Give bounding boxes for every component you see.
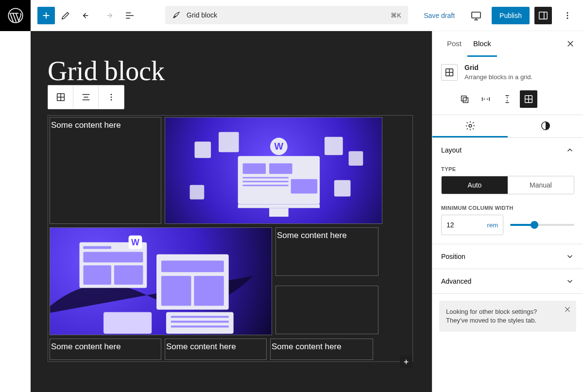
command-center[interactable]: Grid block ⌘K <box>165 6 408 24</box>
wordpress-logo[interactable] <box>0 0 31 31</box>
svg-rect-36 <box>103 312 152 334</box>
position-panel-toggle[interactable]: Position <box>432 244 583 269</box>
document-overview-button[interactable] <box>119 5 140 26</box>
align-button[interactable] <box>73 85 99 109</box>
publish-button[interactable]: Publish <box>492 7 530 24</box>
preview-button[interactable] <box>465 5 487 26</box>
gear-icon <box>465 120 476 131</box>
tab-block[interactable]: Block <box>467 31 497 57</box>
svg-rect-18 <box>194 142 211 158</box>
block-card-icon <box>441 64 458 81</box>
save-draft-button[interactable]: Save draft <box>418 7 461 24</box>
block-description: Arrange blocks in a grid. <box>464 73 532 81</box>
panel-title: Position <box>441 253 465 260</box>
block-options-button[interactable] <box>99 85 124 109</box>
plus-icon <box>41 10 51 21</box>
grid-icon <box>444 67 455 78</box>
advanced-panel: Advanced <box>432 269 583 294</box>
editor-canvas[interactable]: Grid block Some content here <box>31 31 432 392</box>
tab-post[interactable]: Post <box>441 31 467 57</box>
block-inserter-button[interactable] <box>37 7 55 24</box>
svg-rect-27 <box>83 265 111 285</box>
svg-text:W: W <box>274 141 284 152</box>
svg-rect-26 <box>83 252 143 263</box>
unit-select[interactable]: rem <box>487 222 498 229</box>
layout-type-auto[interactable]: Auto <box>442 176 508 194</box>
grid-cell-text[interactable]: Some content here <box>165 339 267 360</box>
tools-button[interactable] <box>55 5 76 26</box>
inspector-sub-tabs <box>432 115 583 138</box>
svg-point-4 <box>567 15 568 17</box>
svg-rect-13 <box>243 163 266 174</box>
top-right-actions: Save draft Publish <box>418 0 578 31</box>
stack-icon <box>502 94 513 104</box>
undo-button[interactable] <box>76 5 98 26</box>
grid-icon <box>523 94 534 104</box>
image-illustration: W <box>50 228 272 335</box>
sidebar-tabs: Post Block <box>432 31 583 57</box>
more-vertical-icon <box>562 10 573 21</box>
min-column-width-input-wrapper: rem <box>441 215 503 235</box>
styles-tab[interactable] <box>508 115 583 137</box>
type-label: TYPE <box>441 166 574 172</box>
svg-rect-21 <box>349 151 363 166</box>
variation-group[interactable] <box>456 90 473 108</box>
svg-rect-25 <box>83 246 111 249</box>
grid-block[interactable]: Some content here W <box>48 115 413 362</box>
svg-rect-22 <box>190 185 205 200</box>
group-icon <box>459 94 470 104</box>
svg-point-7 <box>111 94 112 95</box>
options-menu-button[interactable] <box>557 5 578 26</box>
min-column-width-slider[interactable] <box>510 224 574 226</box>
dismiss-notice-button[interactable] <box>564 306 571 313</box>
block-variations <box>432 87 583 115</box>
styles-moved-notice: Looking for other block settings? They'v… <box>439 301 576 332</box>
more-vertical-icon <box>106 92 117 102</box>
post-title[interactable]: Grid block <box>48 55 165 86</box>
grid-cell-text[interactable]: Some content here <box>275 227 378 276</box>
layout-panel-toggle[interactable]: Layout <box>432 138 583 162</box>
block-type-button[interactable] <box>48 85 73 109</box>
min-column-width-input[interactable] <box>442 221 466 229</box>
advanced-panel-toggle[interactable]: Advanced <box>432 269 583 293</box>
svg-rect-20 <box>325 137 343 155</box>
svg-rect-12 <box>269 208 289 217</box>
quill-icon <box>172 11 181 19</box>
svg-rect-30 <box>161 260 224 272</box>
grid-cell-text[interactable]: Some content here <box>50 117 161 224</box>
svg-rect-14 <box>269 163 292 174</box>
layout-type-manual[interactable]: Manual <box>508 176 574 194</box>
wordpress-icon <box>8 8 23 23</box>
svg-rect-35 <box>166 312 234 334</box>
svg-text:W: W <box>131 238 139 247</box>
grid-cell-empty[interactable] <box>275 286 378 334</box>
svg-rect-28 <box>114 265 143 285</box>
list-view-icon <box>124 10 135 21</box>
svg-point-3 <box>567 12 568 14</box>
document-title: Grid block <box>187 11 217 19</box>
variation-stack[interactable] <box>498 90 516 108</box>
chevron-down-icon <box>566 252 574 261</box>
svg-rect-2 <box>539 12 548 19</box>
svg-rect-32 <box>194 276 223 306</box>
svg-rect-1 <box>472 12 480 18</box>
grid-cell-image[interactable]: W <box>50 227 272 335</box>
position-panel: Position <box>432 244 583 269</box>
variation-row[interactable] <box>477 90 495 108</box>
notice-text: Looking for other block settings? They'v… <box>446 308 537 324</box>
variation-grid[interactable] <box>520 90 537 108</box>
svg-rect-31 <box>161 276 191 306</box>
settings-sidebar: Post Block Grid Arrange blocks in a grid… <box>432 31 583 392</box>
grid-cell-image[interactable]: W <box>165 117 382 224</box>
panel-title: Advanced <box>441 277 471 285</box>
block-card: Grid Arrange blocks in a grid. <box>432 57 583 87</box>
grid-appender-button[interactable] <box>400 356 412 368</box>
redo-button[interactable] <box>98 5 119 26</box>
grid-cell-text[interactable]: Some content here <box>50 339 161 360</box>
grid-cell-text[interactable]: Some content here <box>270 339 373 360</box>
block-toolbar <box>48 85 124 109</box>
close-sidebar-button[interactable] <box>565 38 576 50</box>
settings-sidebar-toggle[interactable] <box>534 7 552 24</box>
settings-tab[interactable] <box>432 115 508 137</box>
layout-panel: Layout TYPE Auto Manual MINIMUM COLUMN W… <box>432 138 583 244</box>
